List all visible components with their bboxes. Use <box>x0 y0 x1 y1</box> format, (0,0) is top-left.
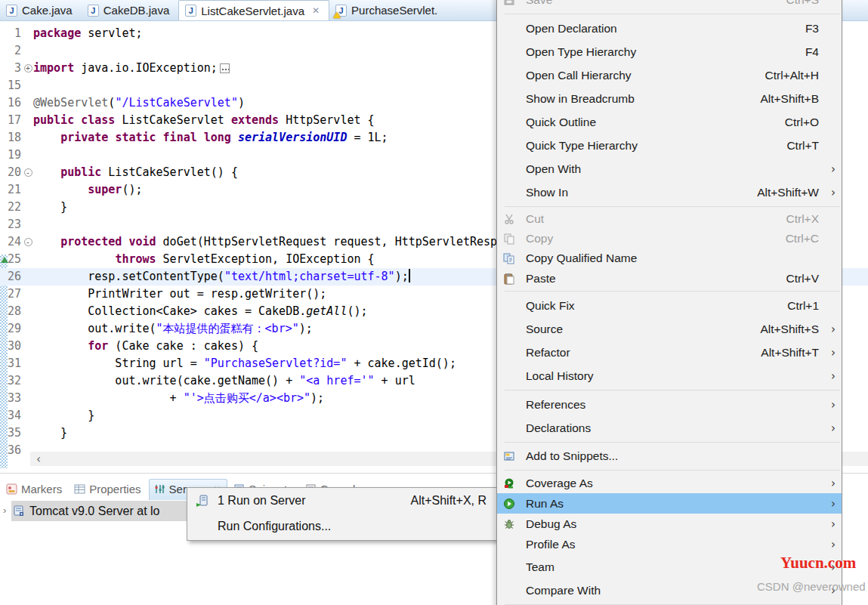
java-file-icon: J <box>335 5 347 17</box>
menu-item-quick-fix[interactable]: Quick FixCtrl+1› <box>497 294 842 317</box>
menu-item-source[interactable]: SourceAlt+Shift+S› <box>497 317 842 341</box>
menu-item-label: Refactor <box>526 346 761 360</box>
submenu-arrow-icon: › <box>822 477 836 490</box>
spacer-icon <box>503 187 518 199</box>
fold-column <box>23 216 33 233</box>
menu-item-label: Declarations <box>526 421 819 435</box>
fold-column <box>23 338 33 355</box>
menu-item-references[interactable]: References› <box>497 393 842 416</box>
fold-column <box>23 251 33 268</box>
menu-item-run-as[interactable]: Run As› <box>497 493 842 514</box>
submenu-item-1-run-on-server[interactable]: 1 Run on ServerAlt+Shift+X, R <box>187 488 497 514</box>
submenu-arrow-icon: › <box>822 323 836 336</box>
spacer-icon <box>503 399 518 411</box>
line-number: 17 <box>0 112 23 129</box>
line-number: 28 <box>0 303 23 320</box>
menu-item-show-in[interactable]: Show InAlt+Shift+W› <box>497 181 842 204</box>
menu-item-label: Debug As <box>526 517 819 531</box>
menu-item-open-declaration[interactable]: Open DeclarationF3› <box>497 17 842 40</box>
menu-item-copy-qualified-name[interactable]: Copy Qualified Name› <box>497 248 842 268</box>
menu-item-profile-as[interactable]: Profile As› <box>497 534 842 555</box>
menu-item-debug-as[interactable]: Debug As› <box>497 514 842 534</box>
menu-item-save: SaveCtrl+S› <box>497 0 842 11</box>
menu-item-shortcut: Ctrl+1 <box>787 299 819 313</box>
line-number: 22 <box>0 199 23 216</box>
menu-item-label: Cut <box>526 212 786 226</box>
menu-separator <box>505 291 840 292</box>
server-row-tomcat[interactable]: Tomcat v9.0 Server at lo <box>11 501 187 521</box>
collapsed-region-icon[interactable] <box>220 63 230 73</box>
save-icon <box>503 0 518 6</box>
fold-column <box>23 42 33 60</box>
tab-close-icon[interactable]: ✕ <box>312 5 320 16</box>
fold-toggle-icon[interactable]: + <box>24 64 32 73</box>
menu-separator <box>505 14 840 14</box>
menu-item-shortcut: Ctrl+T <box>786 139 819 153</box>
menu-item-label: Team <box>526 560 819 574</box>
line-number: 25 <box>0 251 23 268</box>
fold-column <box>23 407 33 424</box>
line-number: 33 <box>0 390 23 407</box>
menu-item-shortcut: F3 <box>805 22 819 35</box>
fold-column <box>23 77 33 94</box>
menu-item-declarations[interactable]: Declarations› <box>497 416 842 440</box>
view-tab-markers[interactable]: Markers <box>2 480 68 500</box>
menu-item-coverage-as[interactable]: Coverage As› <box>497 473 842 493</box>
menu-item-shortcut: Alt+Shift+S <box>760 323 819 336</box>
servers-icon <box>154 483 165 495</box>
menu-item-label: Add to Snippets... <box>526 449 819 463</box>
watermark-gray: CSDN @neverowned <box>757 580 866 593</box>
editor-tab-purchaseservlet-[interactable]: JPurchaseServlet. <box>329 0 446 20</box>
editor-tab-cake-java[interactable]: JCake.java <box>0 0 82 20</box>
fold-toggle-icon[interactable]: - <box>24 168 32 177</box>
submenu-arrow-icon: › <box>822 421 836 435</box>
tree-expander-icon[interactable]: › <box>3 505 6 516</box>
fold-column <box>23 25 33 42</box>
menu-item-quick-type-hierarchy[interactable]: Quick Type HierarchyCtrl+T› <box>497 134 842 157</box>
menu-item-shortcut: Alt+Shift+T <box>761 346 819 360</box>
fold-column <box>23 286 33 303</box>
menu-item-shortcut: Ctrl+S <box>786 0 820 7</box>
spacer-icon <box>503 116 518 128</box>
menu-item-open-type-hierarchy[interactable]: Open Type HierarchyF4› <box>497 40 842 63</box>
menu-item-label: Profile As <box>526 538 819 551</box>
submenu-arrow-icon: › <box>822 398 836 412</box>
menu-item-copy: CopyCtrl+C› <box>497 229 842 248</box>
menu-item-show-in-breadcrumb[interactable]: Show in BreadcrumbAlt+Shift+B› <box>497 87 842 110</box>
menu-item-label: Open Call Hierarchy <box>526 69 765 82</box>
editor-tab-label: Cake.java <box>22 4 73 17</box>
submenu-item-run-configurations-[interactable]: Run Configurations... <box>187 514 497 539</box>
submenu-item-shortcut: Alt+Shift+X, R <box>411 494 487 508</box>
debug-icon <box>503 518 518 530</box>
editor-tab-cakedb-java[interactable]: JCakeDB.java <box>82 0 179 20</box>
editor-tab-listcakeservlet-java[interactable]: JListCakeServlet.java✕ <box>178 0 329 20</box>
menu-separator <box>505 442 840 443</box>
menu-item-local-history[interactable]: Local History› <box>497 364 842 387</box>
menu-item-add-to-snippets-[interactable]: Add to Snippets...› <box>497 445 842 468</box>
menu-item-shortcut: Alt+Shift+W <box>757 186 819 199</box>
fold-column <box>23 147 33 164</box>
menu-item-open-with[interactable]: Open With› <box>497 157 842 181</box>
run-server-icon <box>195 494 209 508</box>
fold-column: + <box>23 60 33 77</box>
line-number: 16 <box>0 94 23 112</box>
menu-item-paste[interactable]: PasteCtrl+V› <box>497 268 842 289</box>
spacer-icon <box>503 323 518 335</box>
java-file-icon: J <box>88 5 99 17</box>
line-number: 26 <box>0 268 23 286</box>
menu-item-open-call-hierarchy[interactable]: Open Call HierarchyCtrl+Alt+H› <box>497 63 842 87</box>
menu-item-quick-outline[interactable]: Quick OutlineCtrl+O› <box>497 110 842 134</box>
submenu-arrow-icon: › <box>822 497 836 511</box>
menu-item-label: Coverage As <box>526 477 819 490</box>
scroll-left-icon[interactable]: ‹ <box>30 452 41 466</box>
menu-item-label: Quick Fix <box>526 299 787 313</box>
menu-item-refactor[interactable]: RefactorAlt+Shift+T› <box>497 341 842 364</box>
fold-column <box>23 355 33 372</box>
menu-item-label: Open Type Hierarchy <box>526 45 805 59</box>
menu-item-shortcut: Ctrl+V <box>786 272 820 286</box>
menu-separator <box>505 470 840 471</box>
view-tab-properties[interactable]: Properties <box>70 480 147 500</box>
markers-icon <box>6 483 17 495</box>
editor-tab-label: PurchaseServlet. <box>351 4 437 17</box>
fold-toggle-icon[interactable]: - <box>24 238 32 246</box>
